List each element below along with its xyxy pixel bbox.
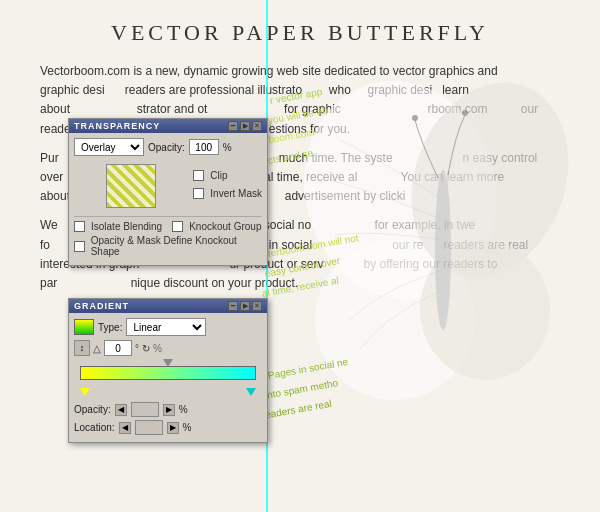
invert-mask-label: Invert Mask [210, 188, 262, 199]
gradient-panel-header[interactable]: GRADIENT ━ ▶ ✕ [69, 299, 267, 313]
gradient-stop-right[interactable] [246, 388, 256, 396]
location-row: Location: ◀ ▶ % [74, 420, 262, 435]
isolate-blending-label: Isolate Blending [91, 221, 162, 232]
opacity-mask-row: Opacity & Mask Define Knockout Shape [74, 235, 262, 257]
gradient-type-label: Type: [98, 322, 122, 333]
knockout-group-label: Knockout Group [189, 221, 261, 232]
gradient-location-input[interactable] [135, 420, 163, 435]
gradient-angle-row: ↕ △ ° ↻ % [74, 340, 262, 356]
gradient-type-row: Type: Linear Radial None [74, 318, 262, 336]
gradient-bar-container [74, 362, 262, 400]
gradient-opacity-percent: % [179, 404, 188, 415]
opacity-up-btn[interactable]: ▶ [163, 404, 175, 416]
thumb-inner [107, 165, 155, 207]
angle-percent-label: % [153, 343, 162, 354]
gradient-opacity-input[interactable] [131, 402, 159, 417]
panel-close-btn[interactable]: ✕ [252, 121, 262, 131]
gradient-swatch [74, 319, 94, 335]
gradient-bar[interactable] [80, 366, 256, 380]
blend-thumbnail [106, 164, 156, 208]
invert-mask-checkbox[interactable] [193, 188, 204, 199]
panel-minimize-btn[interactable]: ━ [228, 121, 238, 131]
gradient-location-label: Location: [74, 422, 115, 433]
transparency-panel-header[interactable]: TRANSPARENCY ━ ▶ ✕ [69, 119, 267, 133]
gradient-minimize-btn[interactable]: ━ [228, 301, 238, 311]
panel-menu-btn[interactable]: ▶ [240, 121, 250, 131]
blend-mode-select[interactable]: Overlay Normal Multiply Screen [74, 138, 144, 156]
gradient-close-btn[interactable]: ✕ [252, 301, 262, 311]
location-up-btn[interactable]: ▶ [167, 422, 179, 434]
reverse-gradient-btn[interactable]: ↕ [74, 340, 90, 356]
panel-divider-1 [74, 216, 262, 217]
opacity-mask-label: Opacity & Mask Define Knockout Shape [91, 235, 262, 257]
gradient-panel: GRADIENT ━ ▶ ✕ Type: Linear Radial None … [68, 298, 268, 443]
gradient-opacity-label: Opacity: [74, 404, 111, 415]
invert-mask-row: Invert Mask [193, 188, 262, 199]
knockout-group-checkbox[interactable] [172, 221, 183, 232]
transparency-panel-title: TRANSPARENCY [74, 121, 160, 131]
gradient-type-select[interactable]: Linear Radial None [126, 318, 206, 336]
opacity-down-btn[interactable]: ◀ [115, 404, 127, 416]
gradient-menu-btn[interactable]: ▶ [240, 301, 250, 311]
opacity-location-section: Opacity: ◀ ▶ % Location: ◀ ▶ % [74, 400, 262, 437]
clip-row: Clip [193, 170, 262, 181]
blend-mode-row: Overlay Normal Multiply Screen Opacity: … [74, 138, 262, 156]
opacity-row: Opacity: ◀ ▶ % [74, 402, 262, 417]
panel-header-controls: ━ ▶ ✕ [228, 121, 262, 131]
gradient-panel-body: Type: Linear Radial None ↕ △ ° ↻ % [69, 313, 267, 442]
gradient-stop-left[interactable] [80, 388, 90, 396]
page-title: VECTOR PAPER BUTTERFLY [40, 20, 560, 46]
gradient-location-percent: % [183, 422, 192, 433]
location-down-btn[interactable]: ◀ [119, 422, 131, 434]
angle-degree-icon: ° [135, 343, 139, 354]
clip-label: Clip [210, 170, 227, 181]
isolate-blending-row: Isolate Blending Knockout Group [74, 221, 262, 232]
opacity-label: Opacity: [148, 142, 185, 153]
gradient-panel-title: GRADIENT [74, 301, 129, 311]
transparency-panel-body: Overlay Normal Multiply Screen Opacity: … [69, 133, 267, 265]
transparency-panel: TRANSPARENCY ━ ▶ ✕ Overlay Normal Multip… [68, 118, 268, 266]
opacity-mask-checkbox[interactable] [74, 241, 85, 252]
opacity-input[interactable] [189, 139, 219, 155]
gradient-panel-controls: ━ ▶ ✕ [228, 301, 262, 311]
isolate-blending-checkbox[interactable] [74, 221, 85, 232]
angle-rotate-icon: ↻ [142, 343, 150, 354]
clip-checkbox[interactable] [193, 170, 204, 181]
angle-input[interactable] [104, 340, 132, 356]
angle-icon: △ [93, 343, 101, 354]
opacity-percent: % [223, 142, 232, 153]
gradient-stop-mid[interactable] [163, 359, 173, 367]
